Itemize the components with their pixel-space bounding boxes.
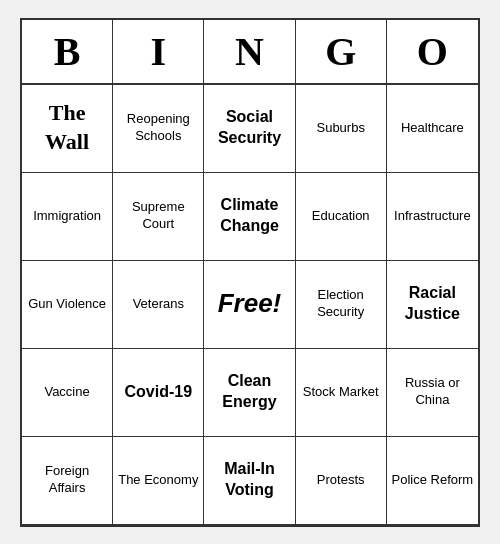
bingo-cell-0: The Wall xyxy=(22,85,113,173)
bingo-cell-6: Supreme Court xyxy=(113,173,204,261)
bingo-cell-4: Healthcare xyxy=(387,85,478,173)
bingo-cell-24: Police Reform xyxy=(387,437,478,525)
bingo-cell-23: Protests xyxy=(296,437,387,525)
bingo-cell-10: Gun Violence xyxy=(22,261,113,349)
bingo-cell-8: Education xyxy=(296,173,387,261)
bingo-cell-20: Foreign Affairs xyxy=(22,437,113,525)
bingo-cell-15: Vaccine xyxy=(22,349,113,437)
bingo-cell-19: Russia or China xyxy=(387,349,478,437)
bingo-cell-7: Climate Change xyxy=(204,173,295,261)
bingo-grid: The WallReopening SchoolsSocial Security… xyxy=(22,85,478,525)
bingo-cell-13: Election Security xyxy=(296,261,387,349)
bingo-cell-5: Immigration xyxy=(22,173,113,261)
bingo-header: BINGO xyxy=(22,20,478,85)
bingo-cell-11: Veterans xyxy=(113,261,204,349)
bingo-letter-o: O xyxy=(387,20,478,83)
bingo-letter-b: B xyxy=(22,20,113,83)
bingo-cell-17: Clean Energy xyxy=(204,349,295,437)
bingo-letter-i: I xyxy=(113,20,204,83)
bingo-cell-3: Suburbs xyxy=(296,85,387,173)
bingo-cell-12: Free! xyxy=(204,261,295,349)
bingo-letter-g: G xyxy=(296,20,387,83)
bingo-cell-22: Mail-In Voting xyxy=(204,437,295,525)
bingo-cell-18: Stock Market xyxy=(296,349,387,437)
bingo-cell-21: The Economy xyxy=(113,437,204,525)
bingo-cell-16: Covid-19 xyxy=(113,349,204,437)
bingo-cell-9: Infrastructure xyxy=(387,173,478,261)
bingo-letter-n: N xyxy=(204,20,295,83)
bingo-card: BINGO The WallReopening SchoolsSocial Se… xyxy=(20,18,480,527)
bingo-cell-2: Social Security xyxy=(204,85,295,173)
bingo-cell-14: Racial Justice xyxy=(387,261,478,349)
bingo-cell-1: Reopening Schools xyxy=(113,85,204,173)
